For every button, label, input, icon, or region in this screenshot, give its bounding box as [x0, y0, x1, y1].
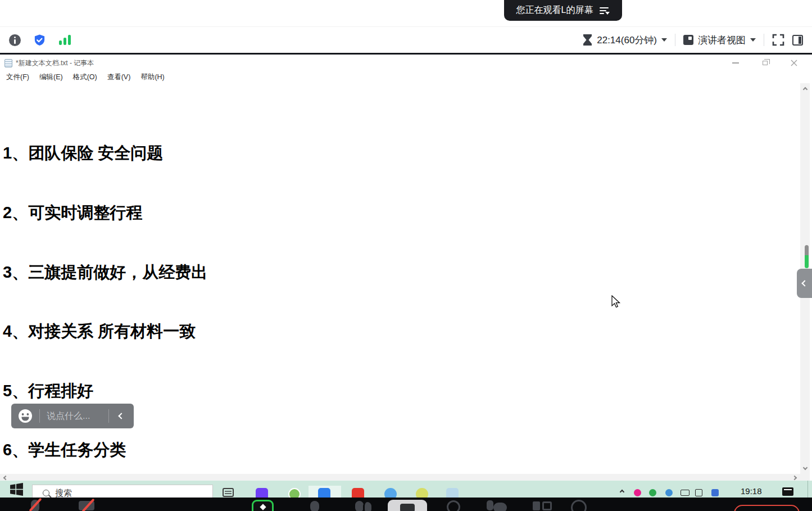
toolbar-separator [675, 34, 675, 46]
notification-center-icon[interactable] [782, 487, 793, 496]
notepad-menubar: 文件(F) 编辑(E) 格式(O) 查看(V) 帮助(H) [0, 71, 812, 83]
toolbar-separator [764, 34, 764, 46]
toolbar-more-button[interactable] [388, 500, 427, 511]
view-mode-caret-icon [750, 38, 756, 42]
scroll-down-icon[interactable] [800, 463, 810, 472]
share-screen-button[interactable] [252, 500, 274, 511]
doc-line: 4、对接关系 所有材料一致 [3, 322, 207, 341]
doc-line: 3、三旗提前做好，从经费出 [3, 263, 207, 282]
windows-taskbar: 搜索 19:18 [0, 481, 812, 498]
chat-collapse-icon[interactable] [109, 414, 134, 418]
volume-level-indicator [805, 245, 809, 268]
meeting-control-bar [0, 498, 812, 511]
document-text: 1、团队保险 安全问题 2、可实时调整行程 3、三旗提前做好，从经费出 4、对接… [3, 104, 207, 511]
panel-expand-handle[interactable] [797, 269, 812, 298]
chat-bar: 说点什么... [11, 404, 134, 428]
taskbar-app-meeting[interactable] [318, 488, 330, 498]
emoji-icon[interactable] [11, 409, 39, 423]
notepad-titlebar: *新建文本文档.txt - 记事本 [0, 55, 812, 71]
mouse-cursor [611, 295, 622, 309]
tray-icon-blue[interactable] [665, 489, 673, 496]
fullscreen-icon[interactable] [772, 34, 784, 46]
microphone-muted-icon[interactable] [28, 499, 43, 511]
tray-icon-blue-square[interactable] [711, 489, 719, 496]
info-icon[interactable] [9, 34, 21, 46]
meeting-timer[interactable]: 22:14(60分钟) [583, 34, 667, 47]
menu-view[interactable]: 查看(V) [102, 73, 136, 82]
menu-format[interactable]: 格式(O) [68, 73, 102, 82]
scroll-up-icon[interactable] [800, 85, 810, 94]
windows-start-icon[interactable] [10, 482, 24, 496]
show-desktop-divider[interactable] [808, 481, 808, 498]
menu-help[interactable]: 帮助(H) [135, 73, 169, 82]
side-panel-icon[interactable] [792, 35, 803, 46]
participants-icon[interactable] [355, 501, 374, 511]
search-icon [43, 490, 49, 496]
notepad-title: *新建文本文档.txt - 记事本 [16, 58, 94, 68]
notepad-app-icon [4, 59, 12, 67]
top-strip: 您正在观看L的屏幕 [0, 0, 812, 26]
view-mode-text: 演讲者视图 [698, 34, 746, 47]
close-button[interactable] [788, 55, 800, 71]
doc-line: 2、可实时调整行程 [3, 203, 207, 223]
taskbar-search-input[interactable]: 搜索 [32, 485, 213, 498]
taskbar-app-yellow[interactable] [416, 488, 428, 498]
camera-muted-icon[interactable] [78, 500, 100, 511]
taskbar-clock[interactable]: 19:18 [741, 486, 762, 496]
tray-expand-icon[interactable] [618, 489, 626, 495]
menu-edit[interactable]: 编辑(E) [34, 73, 68, 82]
timer-text: 22:14(60分钟) [597, 34, 657, 47]
network-signal-icon[interactable] [58, 34, 72, 46]
layout-icon[interactable] [533, 500, 555, 511]
participant-icon[interactable] [310, 501, 319, 511]
restore-button[interactable] [759, 55, 771, 71]
meeting-toolbar: 22:14(60分钟) 演讲者视图 [0, 26, 812, 53]
shield-check-icon[interactable] [33, 34, 46, 47]
menu-file[interactable]: 文件(F) [1, 73, 34, 82]
doc-line: 5、行程排好 [3, 381, 207, 401]
tray-keyboard-icon[interactable] [681, 490, 689, 496]
view-mode-selector[interactable]: 演讲者视图 [683, 34, 756, 47]
tray-upload-icon[interactable] [695, 489, 702, 496]
timer-caret-icon [661, 38, 667, 42]
banner-menu-icon[interactable] [600, 7, 610, 14]
chat-input[interactable]: 说点什么... [40, 410, 108, 422]
tray-icon-magenta[interactable] [634, 489, 641, 496]
taskbar-app-red[interactable] [352, 488, 364, 498]
doc-line: 1、团队保险 安全问题 [3, 143, 207, 163]
task-view-icon[interactable] [223, 488, 234, 498]
viewer-banner: 您正在观看L的屏幕 [504, 0, 622, 21]
hourglass-icon [583, 34, 592, 46]
search-placeholder: 搜索 [55, 488, 72, 498]
record-icon[interactable] [447, 500, 460, 511]
raise-hand-icon[interactable] [487, 500, 509, 511]
taskbar-app-purple[interactable] [256, 488, 268, 498]
doc-line: 6、学生任务分类 [3, 440, 207, 460]
tray-icon-green[interactable] [649, 489, 656, 496]
leave-meeting-button[interactable] [734, 505, 800, 511]
taskbar-app-glass[interactable] [446, 488, 459, 498]
screen: 您正在观看L的屏幕 22:14(60分钟) [0, 0, 812, 511]
minimize-button[interactable] [729, 55, 742, 71]
taskbar-app-leaf[interactable] [288, 488, 301, 498]
taskbar-app-browser[interactable] [384, 488, 397, 498]
viewer-banner-text: 您正在观看L的屏幕 [516, 4, 593, 16]
settings-icon[interactable] [571, 500, 587, 511]
speaker-view-icon [683, 35, 693, 45]
